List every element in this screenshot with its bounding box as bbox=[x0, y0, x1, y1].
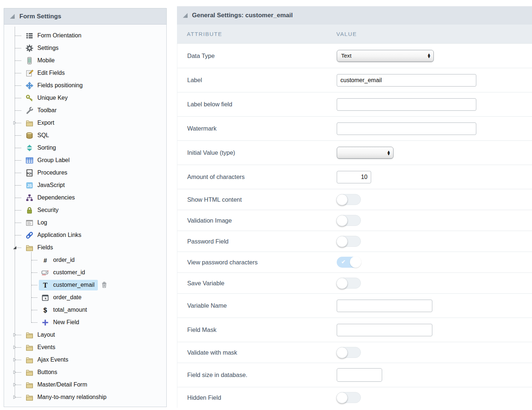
sidebar-item-label: Procedures bbox=[37, 169, 67, 176]
tree-connector bbox=[15, 36, 21, 36]
sidebar-item-toolbar[interactable]: Toolbar bbox=[4, 104, 166, 117]
value-column-header: VALUE bbox=[336, 31, 357, 37]
sidebar-item-layout[interactable]: Layout bbox=[4, 329, 166, 341]
validate-with-mask-toggle[interactable] bbox=[337, 347, 361, 358]
tree-item-content: Mobile bbox=[23, 55, 58, 66]
watermark-input[interactable] bbox=[337, 122, 476, 135]
sidebar-item-log[interactable]: Log bbox=[4, 216, 166, 229]
tree-connector bbox=[32, 285, 37, 285]
sidebar-item-group-label[interactable]: Group Label bbox=[4, 154, 166, 166]
value-cell: ▲▼ bbox=[337, 147, 394, 159]
validation-image-toggle[interactable] bbox=[337, 215, 361, 226]
row-password-field: Password Field bbox=[177, 231, 532, 252]
value-cell bbox=[337, 215, 361, 226]
sidebar-item-buttons[interactable]: Buttons bbox=[4, 366, 166, 378]
sidebar-item-edit-fields[interactable]: Edit Fields bbox=[4, 67, 166, 79]
tree-item-content: JSJavaScript bbox=[23, 180, 68, 191]
sidebar-item-master-detail-form[interactable]: Master/Detail Form bbox=[4, 378, 166, 391]
tree-connector bbox=[15, 160, 21, 161]
toggle-knob bbox=[350, 256, 361, 268]
tree-connector bbox=[15, 173, 21, 173]
sidebar-item-label: New Field bbox=[53, 319, 79, 326]
sidebar-item-label: Fields positioning bbox=[37, 82, 83, 89]
general-settings-header[interactable]: General Settings: customer_email bbox=[177, 6, 532, 25]
tree-connector bbox=[32, 310, 37, 310]
tree-connector bbox=[15, 73, 21, 73]
data-type-select[interactable]: Text▲▼ bbox=[337, 50, 434, 62]
sidebar-item-sorting[interactable]: Sorting bbox=[4, 142, 166, 154]
sidebar-item-settings[interactable]: Settings bbox=[4, 42, 166, 54]
tree-connector bbox=[15, 110, 21, 111]
sidebar-item-application-links[interactable]: Application Links bbox=[4, 229, 166, 241]
value-cell bbox=[337, 122, 476, 135]
attribute-label: Save Variable bbox=[177, 280, 337, 287]
select-value: Text bbox=[341, 52, 351, 59]
svg-text:T: T bbox=[43, 282, 47, 289]
tree-connector bbox=[15, 198, 21, 198]
edit-fields-icon bbox=[26, 69, 33, 77]
combobox-icon bbox=[41, 269, 49, 277]
sidebar-item-security[interactable]: Security bbox=[4, 204, 166, 216]
attribute-label: Variable Name bbox=[177, 302, 337, 309]
row-field-size-in-database: Field size in database. bbox=[177, 363, 532, 387]
lock-icon bbox=[26, 206, 33, 214]
sidebar-item-mobile[interactable]: Mobile bbox=[4, 54, 166, 67]
delete-field-button[interactable] bbox=[101, 282, 107, 289]
view-password-characters-toggle[interactable]: ✔ bbox=[337, 257, 361, 268]
attribute-label: Validation Image bbox=[177, 217, 337, 224]
tree-connector bbox=[15, 223, 21, 223]
tree-item-content: Sorting bbox=[23, 143, 59, 153]
folder-icon bbox=[26, 369, 33, 376]
toggle-knob bbox=[336, 278, 348, 289]
sidebar-item-many-to-many-relationship[interactable]: Many-to-many relationship bbox=[4, 391, 166, 403]
sidebar-item-customer-email[interactable]: Tcustomer_email bbox=[4, 279, 166, 291]
sidebar-item-fields[interactable]: Fields bbox=[4, 241, 166, 254]
sidebar-item-fields-positioning[interactable]: Fields positioning bbox=[4, 79, 166, 92]
tree-item-content: Security bbox=[23, 205, 62, 216]
tree-connector-line bbox=[31, 252, 32, 323]
sidebar-item-new-field[interactable]: New Field bbox=[4, 316, 166, 329]
toggle-knob bbox=[336, 215, 348, 226]
amount-of-characters-input[interactable] bbox=[337, 171, 371, 183]
sidebar-item-sql[interactable]: SQL bbox=[4, 129, 166, 142]
wrench-icon bbox=[26, 107, 33, 114]
sidebar-item-form-orientation[interactable]: Form Orientation bbox=[4, 29, 166, 42]
sidebar-item-label: Dependencies bbox=[37, 194, 75, 201]
sidebar-item-label: total_amount bbox=[53, 307, 87, 313]
sidebar-item-javascript[interactable]: JSJavaScript bbox=[4, 179, 166, 191]
sidebar-item-customer-id[interactable]: customer_id bbox=[4, 266, 166, 279]
initial-value-type-select[interactable]: ▲▼ bbox=[337, 147, 394, 159]
label-below-field-input[interactable] bbox=[337, 98, 476, 111]
sidebar-item-events[interactable]: Events bbox=[4, 341, 166, 354]
sql-doc-icon: SQL bbox=[26, 169, 33, 177]
sidebar-item-total-amount[interactable]: $total_amount bbox=[4, 304, 166, 316]
sidebar-item-ajax-events[interactable]: Ajax Events bbox=[4, 354, 166, 366]
date-icon bbox=[41, 294, 49, 301]
tree-connector bbox=[15, 210, 21, 211]
hidden-field-toggle[interactable] bbox=[337, 392, 361, 403]
show-html-content-toggle[interactable] bbox=[337, 194, 361, 205]
tree-item-content: Export bbox=[23, 118, 58, 128]
sidebar-item-procedures[interactable]: SQLProcedures bbox=[4, 166, 166, 179]
sidebar-item-unique-key[interactable]: Unique Key bbox=[4, 92, 166, 104]
row-initial-value-type: Initial Value (type)▲▼ bbox=[177, 140, 532, 165]
sidebar-item-label: JavaScript bbox=[37, 182, 65, 188]
sidebar-item-dependencies[interactable]: Dependencies bbox=[4, 191, 166, 204]
attribute-label: Label below field bbox=[177, 101, 337, 108]
label-input[interactable] bbox=[337, 74, 476, 87]
sidebar-item-export[interactable]: Export bbox=[4, 117, 166, 129]
form-settings-header[interactable]: Form Settings bbox=[4, 8, 166, 25]
password-field-toggle[interactable] bbox=[337, 236, 361, 247]
attribute-label: View password characters bbox=[177, 259, 337, 266]
tree-item-content: Layout bbox=[23, 330, 58, 340]
field-mask-input[interactable] bbox=[337, 324, 432, 336]
variable-name-input[interactable] bbox=[337, 300, 432, 312]
tree-connector bbox=[15, 85, 21, 86]
tree-connector bbox=[15, 148, 21, 148]
sidebar-item-label: Group Label bbox=[37, 157, 70, 164]
save-variable-toggle[interactable] bbox=[337, 278, 361, 289]
tree-connector bbox=[15, 48, 21, 48]
field-size-in-database-input[interactable] bbox=[337, 368, 382, 382]
sidebar-item-order-id[interactable]: #order_id bbox=[4, 254, 166, 266]
sidebar-item-order-date[interactable]: order_date bbox=[4, 291, 166, 304]
